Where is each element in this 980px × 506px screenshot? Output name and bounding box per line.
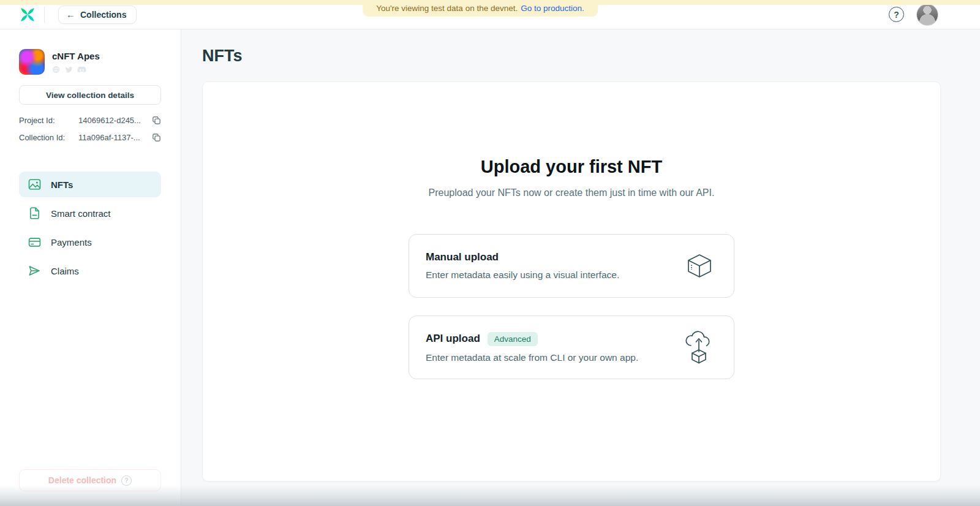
collection-id-label: Collection Id: — [19, 133, 78, 142]
cube-icon — [684, 250, 715, 282]
nfts-empty-panel: Upload your first NFT Preupload your NFT… — [202, 81, 941, 481]
api-upload-description: Enter metadata at scale from CLI or your… — [426, 352, 638, 363]
main-content: NFTs Upload your first NFT Preupload you… — [181, 29, 980, 506]
sidebar-item-claims[interactable]: Claims — [19, 258, 161, 284]
go-to-production-link[interactable]: Go to production. — [521, 4, 584, 13]
sidebar-item-payments[interactable]: Payments — [19, 229, 161, 255]
nav-label: Claims — [51, 266, 79, 276]
send-icon — [28, 265, 41, 276]
help-icon[interactable]: ? — [889, 7, 904, 22]
nav-label: Payments — [51, 237, 92, 247]
delete-button-label: Delete collection — [48, 475, 116, 485]
project-id-value: 14069612-d245... — [78, 116, 141, 125]
nav-label: Smart contract — [51, 208, 111, 219]
website-icon — [52, 65, 60, 76]
twitter-icon — [64, 65, 73, 76]
sidebar-item-nfts[interactable]: NFTs — [19, 172, 161, 197]
sidebar: cNFT Apes View c — [0, 29, 181, 506]
image-icon — [28, 179, 41, 190]
devnet-banner: You're viewing test data on the devnet. … — [363, 0, 598, 17]
copy-project-id-icon[interactable] — [152, 116, 161, 125]
delete-collection-button[interactable]: Delete collection ? — [19, 469, 161, 491]
banner-message: You're viewing test data on the devnet. — [376, 4, 518, 13]
back-to-collections-button[interactable]: ← Collections — [58, 6, 137, 24]
page-title: NFTs — [202, 47, 941, 66]
api-upload-card[interactable]: API upload Advanced Enter metadata at sc… — [409, 315, 734, 379]
sidebar-nav: NFTs Smart contract Payments — [19, 172, 161, 284]
empty-state-heading: Upload your first NFT — [481, 157, 662, 177]
header-divider — [44, 7, 45, 23]
back-button-label: Collections — [80, 10, 126, 20]
credit-card-icon — [28, 237, 41, 247]
project-id-label: Project Id: — [19, 116, 78, 125]
sidebar-item-smart-contract[interactable]: Smart contract — [19, 200, 161, 226]
manual-upload-card[interactable]: Manual upload Enter metadata easily usin… — [409, 234, 734, 298]
api-upload-title: API upload — [426, 333, 480, 345]
collection-id-value: 11a096af-1137-... — [78, 133, 140, 142]
collection-avatar — [19, 49, 45, 75]
back-arrow-icon: ← — [66, 10, 75, 19]
project-id-row: Project Id: 14069612-d245... — [19, 116, 161, 125]
empty-state-subheading: Preupload your NFTs now or create them j… — [429, 187, 715, 198]
manual-upload-title: Manual upload — [426, 251, 499, 263]
advanced-badge: Advanced — [488, 332, 538, 346]
discord-icon — [77, 65, 86, 76]
copy-collection-id-icon[interactable] — [152, 133, 161, 142]
user-avatar[interactable] — [916, 4, 938, 26]
cloud-upload-box-icon — [682, 330, 715, 365]
manual-upload-description: Enter metadata easily using a visual int… — [426, 270, 619, 281]
crossmint-logo-icon[interactable] — [20, 7, 36, 23]
collection-name: cNFT Apes — [52, 51, 100, 61]
view-collection-details-button[interactable]: View collection details — [19, 85, 161, 105]
document-icon — [28, 207, 41, 219]
nav-label: NFTs — [51, 179, 73, 190]
collection-id-row: Collection Id: 11a096af-1137-... — [19, 133, 161, 142]
delete-help-icon: ? — [121, 475, 132, 486]
